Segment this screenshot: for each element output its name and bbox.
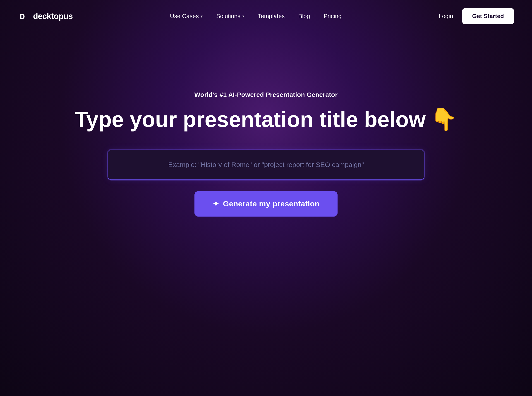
nav-use-cases-label: Use Cases	[170, 13, 199, 20]
presentation-input-container	[108, 150, 424, 180]
nav-links: Use Cases ▾ Solutions ▾ Templates Blog P…	[170, 13, 342, 20]
sparkle-icon: ✦	[213, 199, 219, 208]
generate-presentation-button[interactable]: ✦ Generate my presentation	[194, 191, 338, 216]
logo[interactable]: ᴅ decktopus	[18, 10, 73, 22]
nav-solutions[interactable]: Solutions ▾	[216, 13, 244, 20]
navbar: ᴅ decktopus Use Cases ▾ Solutions ▾ Temp…	[0, 0, 532, 32]
pointing-down-emoji: 👇	[430, 107, 457, 131]
svg-text:ᴅ: ᴅ	[19, 11, 25, 21]
chevron-down-icon: ▾	[242, 14, 244, 19]
hero-subtitle: World's #1 AI-Powered Presentation Gener…	[194, 91, 338, 99]
nav-pricing[interactable]: Pricing	[323, 13, 341, 20]
nav-templates[interactable]: Templates	[258, 13, 285, 20]
nav-blog[interactable]: Blog	[298, 13, 310, 20]
nav-solutions-label: Solutions	[216, 13, 240, 20]
nav-templates-label: Templates	[258, 13, 285, 20]
nav-actions: Login Get Started	[439, 8, 514, 24]
hero-section: World's #1 AI-Powered Presentation Gener…	[0, 32, 532, 216]
hero-title-text: Type your presentation title below	[75, 107, 426, 131]
logo-icon: ᴅ	[18, 10, 30, 22]
login-button[interactable]: Login	[439, 13, 453, 20]
hero-title: Type your presentation title below 👇	[75, 107, 457, 131]
nav-use-cases[interactable]: Use Cases ▾	[170, 13, 203, 20]
chevron-down-icon: ▾	[201, 14, 203, 19]
nav-blog-label: Blog	[298, 13, 310, 20]
logo-text: decktopus	[33, 12, 73, 21]
presentation-title-input[interactable]	[108, 150, 424, 180]
get-started-button[interactable]: Get Started	[462, 8, 514, 24]
generate-button-label: Generate my presentation	[223, 199, 320, 208]
nav-pricing-label: Pricing	[323, 13, 341, 20]
